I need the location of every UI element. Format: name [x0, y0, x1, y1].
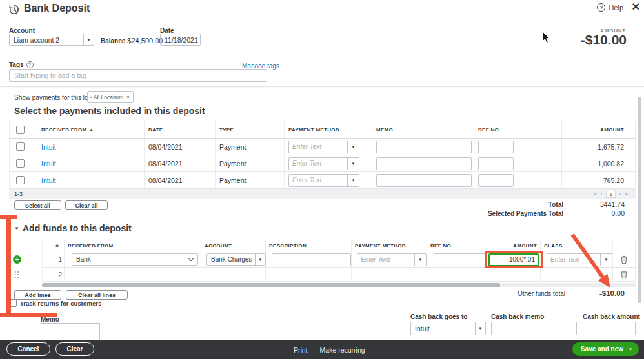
- received-from-link[interactable]: Intuit: [41, 160, 56, 168]
- header-checkbox-cell: [9, 121, 37, 138]
- page-next-button[interactable]: ›: [619, 191, 621, 197]
- col-amount: AMOUNT: [485, 240, 541, 251]
- pagination-bar: 1-3 « ‹ 1 › »: [9, 189, 636, 199]
- chevron-down-icon[interactable]: ▼: [414, 254, 426, 266]
- col-received-from: RECEIVED FROM: [65, 240, 201, 251]
- line-number: 1: [42, 251, 65, 267]
- memo-input[interactable]: [376, 174, 472, 187]
- save-and-new-button[interactable]: Save and new▼: [572, 342, 639, 356]
- chevron-down-icon[interactable]: ▼: [347, 158, 359, 170]
- balance-label: Balance: [101, 37, 125, 44]
- received-from-link[interactable]: Intuit: [41, 177, 56, 184]
- date-input[interactable]: 11/18/2021: [160, 34, 201, 46]
- col-type[interactable]: TYPE: [216, 121, 285, 138]
- cash-back-amount-input[interactable]: [583, 322, 636, 335]
- payments-header-row: RECEIVED FROM▲ DATE TYPE PAYMENT METHOD …: [9, 121, 636, 139]
- type-cell: Payment: [216, 155, 285, 171]
- memo-input[interactable]: [376, 141, 472, 153]
- chevron-down-icon[interactable]: ▼: [347, 175, 359, 186]
- chevron-down-icon[interactable]: ▼: [255, 254, 265, 265]
- row-checkbox[interactable]: [16, 142, 25, 151]
- row-checkbox[interactable]: [16, 159, 25, 168]
- page-current[interactable]: 1: [606, 191, 615, 198]
- amount-cell: 765.20: [562, 172, 636, 188]
- received-from-select[interactable]: Bank: [72, 253, 198, 266]
- horizontal-scrollbar-thumb[interactable]: [42, 283, 500, 287]
- total-label: Total: [548, 201, 563, 208]
- tags-label: Tags: [9, 61, 24, 68]
- received-from-link[interactable]: Intuit: [41, 143, 56, 151]
- chevron-down-icon[interactable]: ▼: [123, 92, 133, 102]
- selected-total-row: Selected Payments Total 0.00: [488, 209, 625, 217]
- close-icon[interactable]: ✕: [632, 1, 640, 13]
- pagination-range: 1-3: [9, 191, 23, 197]
- vertical-scrollbar-thumb[interactable]: [638, 97, 641, 303]
- page-prev-button[interactable]: ‹: [601, 191, 603, 197]
- date-cell: 08/04/2021: [145, 139, 216, 155]
- add-row-icon[interactable]: +: [13, 255, 21, 264]
- tags-help-icon[interactable]: ?: [26, 61, 34, 68]
- col-description: DESCRIPTION: [266, 240, 352, 251]
- memo-input[interactable]: [376, 157, 472, 170]
- account-select[interactable]: Bank Charges▼: [206, 253, 266, 266]
- print-button[interactable]: Print: [294, 346, 308, 354]
- cancel-button[interactable]: Cancel: [6, 342, 50, 356]
- chevron-down-icon[interactable]: ▼: [347, 141, 359, 153]
- add-funds-header-row: # RECEIVED FROM ACCOUNT DESCRIPTION PAYM…: [42, 240, 636, 251]
- footer-divider: [314, 345, 314, 354]
- col-ref-no[interactable]: REF NO.: [474, 121, 562, 138]
- account-select[interactable]: Liam account 2 ▼: [9, 34, 94, 46]
- help-button[interactable]: ? Help: [597, 3, 623, 12]
- ref-no-input[interactable]: [478, 141, 514, 153]
- make-recurring-button[interactable]: Make recurring: [320, 346, 365, 354]
- page-first-button[interactable]: «: [594, 191, 596, 197]
- chevron-down-icon[interactable]: ▼: [475, 322, 485, 335]
- page-title: Bank Deposit: [24, 3, 90, 14]
- clear-button[interactable]: Clear: [55, 342, 94, 356]
- location-select[interactable]: - All Locations - ▼: [87, 91, 134, 103]
- annotation-highlight-box: [485, 251, 543, 268]
- balance-text: Balance$24,500.00: [101, 37, 163, 44]
- annotation-bracket-stem: [6, 215, 11, 317]
- help-icon: ?: [597, 3, 605, 12]
- page-last-button[interactable]: »: [625, 191, 628, 197]
- drag-handle-icon[interactable]: [14, 271, 19, 278]
- description-input[interactable]: [272, 253, 351, 266]
- row-checkbox[interactable]: [16, 176, 25, 184]
- cash-back-goes-to-select[interactable]: Intuit▼: [410, 322, 486, 335]
- payment-method-select[interactable]: Enter Text▼: [288, 157, 359, 170]
- balance-value: $24,500.00: [127, 37, 163, 44]
- col-date[interactable]: DATE: [145, 121, 216, 138]
- track-returns-label: Track returns for customers: [20, 300, 101, 307]
- clear-all-button[interactable]: Clear all: [65, 200, 108, 210]
- col-memo[interactable]: MEMO: [372, 121, 474, 138]
- chevron-down-icon[interactable]: ▼: [629, 347, 632, 351]
- line-number: 2: [42, 268, 65, 281]
- ref-no-input[interactable]: [478, 157, 514, 170]
- col-payment-method: PAYMENT METHOD: [352, 240, 427, 251]
- payment-method-select[interactable]: Enter Text▼: [288, 174, 359, 187]
- history-clock-icon: [8, 4, 20, 15]
- cash-back-memo-input[interactable]: [491, 322, 577, 335]
- col-ref-no: REF NO.: [427, 240, 485, 251]
- footer-bar: Cancel Clear Print Make recurring Save a…: [0, 340, 644, 359]
- add-lines-button[interactable]: Add lines: [14, 290, 61, 300]
- help-label: Help: [609, 4, 623, 12]
- collapse-triangle-icon[interactable]: ▼: [14, 226, 19, 231]
- col-received-from[interactable]: RECEIVED FROM▲: [37, 121, 145, 138]
- select-all-button[interactable]: Select all: [14, 200, 61, 210]
- payment-method-select[interactable]: Enter Text▼: [288, 141, 359, 153]
- clear-all-lines-button[interactable]: Clear all lines: [66, 290, 128, 300]
- type-cell: Payment: [216, 139, 285, 155]
- payment-method-select[interactable]: Enter Text▼: [357, 253, 427, 266]
- selected-total-label: Selected Payments Total: [488, 210, 563, 217]
- col-amount[interactable]: AMOUNT: [562, 121, 636, 138]
- tags-input[interactable]: [9, 69, 267, 82]
- col-payment-method[interactable]: PAYMENT METHOD: [285, 121, 372, 138]
- payments-section-heading: Select the payments included in this dep…: [14, 106, 205, 116]
- cash-back-memo-label: Cash back memo: [491, 313, 544, 320]
- chevron-down-icon[interactable]: ▼: [83, 34, 94, 45]
- select-all-checkbox[interactable]: [16, 126, 25, 134]
- ref-no-input[interactable]: [434, 253, 485, 266]
- ref-no-input[interactable]: [478, 174, 514, 187]
